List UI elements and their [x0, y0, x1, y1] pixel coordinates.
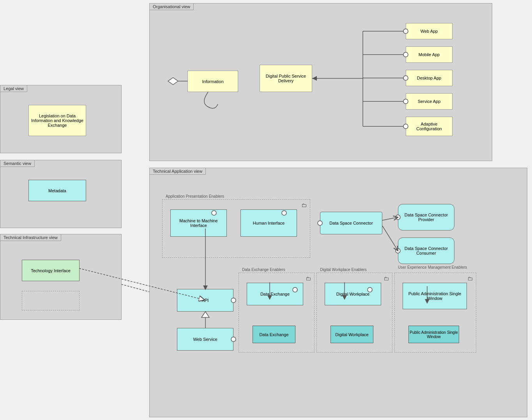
app-presentation-group: Application Presentation Enablers 🗀 Mach… — [162, 199, 310, 258]
data-exchange2-box[interactable]: Data Exchange — [253, 326, 295, 343]
tech-app-view-title: Technical Application view — [149, 168, 206, 175]
data-space-connector-box[interactable]: Data Space Connector — [320, 212, 382, 234]
m2m-interface-box[interactable]: Machine to Machine Interface — [170, 209, 227, 237]
digital-workplace1-box[interactable]: Digital Workplace — [325, 283, 381, 305]
semantic-view-title: Semantic view — [0, 160, 35, 167]
ux-mgmt-enablers-label: User Experience Management Enablers — [398, 265, 468, 269]
adaptive-config-box[interactable]: Adaptive Configuration — [406, 117, 452, 136]
folder-icon-de: 🗀 — [306, 275, 311, 282]
svg-line-72 — [382, 217, 398, 220]
svg-line-73 — [382, 226, 398, 251]
data-exchange-enablers-label: Data Exchange Enablers — [242, 268, 285, 272]
web-service-box[interactable]: Web Service — [177, 328, 233, 351]
ux-mgmt-enablers-group: User Experience Management Enablers 🗀 Pu… — [394, 273, 476, 353]
pub-admin1-box[interactable]: Public Administration Single Window — [403, 283, 467, 309]
app-presentation-label: Application Presentation Enablers — [166, 194, 224, 198]
metadata-box[interactable]: Metadata — [28, 180, 86, 201]
legal-view-panel: Legal view Legislation on Data Informati… — [0, 85, 122, 153]
org-view-title: Organisational view — [149, 3, 194, 10]
ds-consumer-box[interactable]: Data Space Connector Consumer — [398, 237, 454, 264]
pub-admin2-box[interactable]: Public Administration Single Window — [408, 326, 459, 343]
tech-infra-view-panel: Technical Infrastructure view Technology… — [0, 234, 122, 320]
api-box[interactable]: API — [177, 289, 233, 312]
digital-workplace-enablers-label: Digital Workplace Enablers — [320, 268, 367, 272]
ds-provider-box[interactable]: Data Space Connector Provider — [398, 204, 454, 230]
data-exchange1-box[interactable]: Data Exchange — [247, 283, 303, 305]
svg-marker-68 — [201, 312, 209, 317]
information-box[interactable]: Information — [187, 71, 238, 92]
human-interface-box[interactable]: Human Interface — [240, 209, 297, 237]
semantic-view-panel: Semantic view Metadata — [0, 160, 122, 228]
folder-icon-ux: 🗀 — [467, 275, 473, 282]
svg-marker-52 — [312, 76, 317, 81]
data-exchange-enablers-group: Data Exchange Enablers 🗀 Data Exchange D… — [239, 273, 315, 353]
digital-workplace-enablers-group: Digital Workplace Enablers 🗀 Digital Wor… — [316, 273, 392, 353]
tech-app-view-panel: Technical Application view Application P… — [149, 168, 527, 417]
org-view-panel: Organisational view Information Digital … — [149, 3, 492, 161]
mobile-app-box[interactable]: Mobile App — [406, 46, 452, 63]
desktop-app-box[interactable]: Desktop App — [406, 70, 452, 86]
svg-marker-59 — [168, 78, 178, 85]
tech-infra-view-title: Technical Infrastructure view — [0, 234, 61, 241]
web-app-box[interactable]: Web App — [406, 23, 452, 39]
diagram-container: Legal view Legislation on Data Informati… — [0, 0, 532, 420]
folder-icon-dw: 🗀 — [384, 275, 389, 282]
service-app-box[interactable]: Service App — [406, 93, 452, 110]
folder-icon-app: 🗀 — [301, 202, 307, 208]
technology-interface-box[interactable]: Technology Interface — [22, 260, 80, 281]
legal-view-title: Legal view — [0, 85, 27, 92]
legislation-box[interactable]: Legislation on Data Information and Know… — [28, 105, 86, 136]
digital-public-box[interactable]: Digital Public Service Delivery — [260, 65, 312, 92]
digital-workplace2-box[interactable]: Digital Workplace — [331, 326, 373, 343]
